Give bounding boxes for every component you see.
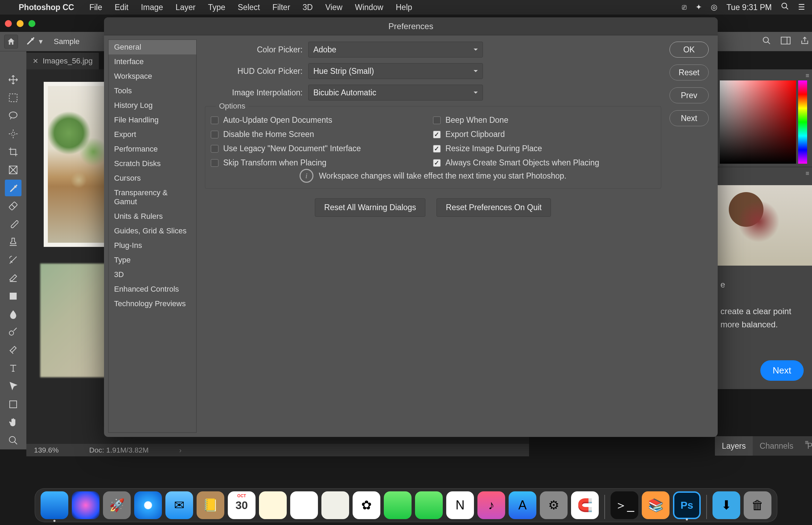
eraser-tool[interactable] <box>5 270 21 286</box>
ok-button[interactable]: OK <box>670 42 709 58</box>
pref-item-export[interactable]: Export <box>109 127 196 142</box>
dodge-tool[interactable] <box>5 324 21 341</box>
color-picker-dropdown[interactable]: Adobe <box>308 42 483 58</box>
dock-maps[interactable] <box>321 491 349 519</box>
checkbox-use-legacy-new-document-interface[interactable]: Use Legacy "New Document" Interface <box>211 144 433 153</box>
next-button[interactable]: Next <box>670 110 709 126</box>
quick-select-tool[interactable] <box>5 126 21 142</box>
healing-tool[interactable] <box>5 198 21 214</box>
pref-item-units-rulers[interactable]: Units & Rulers <box>109 209 196 224</box>
workspace-icon[interactable] <box>781 37 791 46</box>
menu-type[interactable]: Type <box>202 3 232 12</box>
pref-item-technology-previews[interactable]: Technology Previews <box>109 296 196 311</box>
panel-menu-icon[interactable]: ≡ <box>805 439 809 446</box>
checkbox-box[interactable] <box>211 131 218 138</box>
menu-select[interactable]: Select <box>232 3 266 12</box>
dock-appstore[interactable]: A <box>509 491 536 519</box>
path-select-tool[interactable] <box>5 378 21 395</box>
window-close[interactable] <box>5 20 12 27</box>
gradient-tool[interactable] <box>5 288 21 304</box>
spotlight-icon[interactable] <box>781 2 789 12</box>
history-brush-tool[interactable] <box>5 252 21 268</box>
reset-prefs-button[interactable]: Reset Preferences On Quit <box>437 198 551 217</box>
dock-terminal[interactable]: ＞_ <box>611 491 638 519</box>
dock-notes[interactable] <box>259 491 287 519</box>
doc-size[interactable]: Doc: 1.91M/3.82M <box>89 446 149 454</box>
learn-next-button[interactable]: Next <box>760 360 804 381</box>
checkbox-box[interactable] <box>211 159 218 167</box>
pref-item-type[interactable]: Type <box>109 253 196 267</box>
close-tab-icon[interactable]: ✕ <box>33 57 38 65</box>
pref-item-cursors[interactable]: Cursors <box>109 171 196 186</box>
notification-center-icon[interactable]: ☰ <box>798 3 805 12</box>
dock-launchpad[interactable]: 🚀 <box>103 491 131 519</box>
dock-contacts[interactable]: 📒 <box>197 491 224 519</box>
app-name[interactable]: Photoshop CC <box>19 3 83 12</box>
pref-item-history-log[interactable]: History Log <box>109 98 196 113</box>
pref-item-scratch-disks[interactable]: Scratch Disks <box>109 156 196 171</box>
checkbox-skip-transform-when-placing[interactable]: Skip Transform when Placing <box>211 158 433 167</box>
interp-dropdown[interactable]: Bicubic Automatic <box>308 85 483 101</box>
pref-item-3d[interactable]: 3D <box>109 267 196 282</box>
checkbox-box[interactable] <box>211 145 218 153</box>
window-minimize[interactable] <box>17 20 24 27</box>
dock-mail[interactable]: ✉︎ <box>165 491 193 519</box>
dock-facetime[interactable] <box>415 491 443 519</box>
pref-item-workspace[interactable]: Workspace <box>109 69 196 84</box>
dock-downloads[interactable]: ⬇︎ <box>712 491 740 519</box>
dock-calendar[interactable]: OCT30 <box>228 491 256 519</box>
zoom-level[interactable]: 139.6% <box>34 446 59 454</box>
checkbox-box[interactable] <box>211 117 218 124</box>
pen-tool[interactable] <box>5 342 21 359</box>
pref-item-transparency-gamut[interactable]: Transparency & Gamut <box>109 186 196 209</box>
tab-channels[interactable]: Channels <box>753 436 800 456</box>
checkbox-box[interactable] <box>433 159 441 167</box>
pref-item-general[interactable]: General <box>109 40 196 54</box>
hue-slider[interactable] <box>798 80 807 164</box>
prev-button[interactable]: Prev <box>670 87 709 103</box>
blur-tool[interactable] <box>5 306 21 322</box>
status-more-icon[interactable]: › <box>179 446 182 454</box>
eyedropper-tool[interactable] <box>5 180 21 196</box>
lasso-tool[interactable] <box>5 107 21 124</box>
dock-books[interactable]: 📚 <box>642 491 670 519</box>
dock-syspref[interactable]: ⚙︎ <box>540 491 568 519</box>
dock-reminders[interactable] <box>290 491 318 519</box>
frame-tool[interactable] <box>5 162 21 178</box>
hud-dropdown[interactable]: Hue Strip (Small) <box>308 63 483 79</box>
hand-tool[interactable] <box>5 414 21 431</box>
pref-item-performance[interactable]: Performance <box>109 142 196 156</box>
control-center-icon[interactable]: ⎚ <box>682 3 686 12</box>
checkbox-always-create-smart-objects-when-placing[interactable]: Always Create Smart Objects when Placing <box>433 158 655 167</box>
menu-edit[interactable]: Edit <box>109 3 135 12</box>
pref-item-tools[interactable]: Tools <box>109 84 196 98</box>
zoom-tool[interactable] <box>5 432 21 449</box>
brush-tool[interactable] <box>5 216 21 232</box>
dock-siri[interactable] <box>72 491 100 519</box>
window-maximize[interactable] <box>28 20 35 27</box>
dock-trash[interactable]: 🗑 <box>744 491 771 519</box>
move-tool[interactable] <box>5 71 21 88</box>
pref-item-interface[interactable]: Interface <box>109 54 196 69</box>
dock-safari[interactable] <box>134 491 162 519</box>
checkbox-beep-when-done[interactable]: Beep When Done <box>433 115 655 125</box>
menubar-clock[interactable]: Tue 9:31 PM <box>726 3 772 12</box>
pref-item-plug-ins[interactable]: Plug-Ins <box>109 238 196 253</box>
share-icon[interactable] <box>800 36 809 47</box>
dock-magnet[interactable]: 🧲 <box>571 491 599 519</box>
dock-photos[interactable]: ✿ <box>353 491 380 519</box>
menu-file[interactable]: File <box>83 3 109 12</box>
menu-3d[interactable]: 3D <box>296 3 319 12</box>
reset-button[interactable]: Reset <box>670 64 709 80</box>
creative-cloud-icon[interactable]: ◎ <box>711 3 717 12</box>
menu-filter[interactable]: Filter <box>266 3 296 12</box>
marquee-tool[interactable] <box>5 89 21 106</box>
pref-item-file-handling[interactable]: File Handling <box>109 113 196 127</box>
menu-layer[interactable]: Layer <box>169 3 202 12</box>
pref-item-guides-grid-slices[interactable]: Guides, Grid & Slices <box>109 224 196 238</box>
dock-news[interactable]: N <box>446 491 474 519</box>
panel-menu-icon[interactable]: ≡ <box>805 170 809 177</box>
tool-dropdown-icon[interactable]: ▾ <box>39 37 43 46</box>
checkbox-disable-the-home-screen[interactable]: Disable the Home Screen <box>211 130 433 139</box>
crop-tool[interactable] <box>5 144 21 160</box>
